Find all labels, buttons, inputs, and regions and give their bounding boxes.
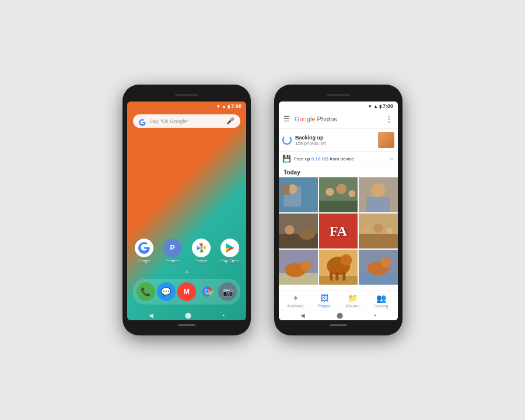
photo-cell-fa[interactable]: FA	[319, 214, 358, 249]
partner-app-label: Partner	[166, 259, 179, 263]
photo-cell-7[interactable]	[279, 250, 318, 285]
app-photos[interactable]: Photos	[190, 239, 213, 263]
phone-top-bar-1	[127, 90, 246, 100]
dock-messages[interactable]: 💬	[157, 282, 176, 301]
albums-icon: 📁	[348, 293, 358, 303]
photos-nav-icon: 🖼	[320, 293, 328, 303]
nav-bar-1: ◀ ⬤ ▪	[127, 310, 246, 320]
home-indicator-1	[178, 324, 195, 326]
svg-point-30	[285, 225, 294, 235]
nav-sharing[interactable]: 👥 Sharing	[367, 293, 396, 308]
hamburger-menu-icon[interactable]: ☰	[284, 115, 290, 123]
nav-assistant[interactable]: ✦ Assistant	[281, 293, 310, 308]
app-playstore[interactable]: Play Store	[218, 239, 242, 263]
svg-point-23	[336, 184, 346, 194]
photo-grid: FA	[279, 177, 398, 290]
sharing-label: Sharing	[374, 304, 388, 308]
home-button-2[interactable]: ⬤	[337, 312, 343, 318]
status-time-1: 7:00	[231, 103, 242, 109]
wallpaper-area	[127, 131, 246, 235]
app-partner[interactable]: P Partner	[161, 239, 184, 263]
recents-button[interactable]: ▪	[223, 312, 225, 318]
wifi-icon: ▼	[216, 104, 220, 109]
svg-point-31	[299, 228, 315, 240]
fa-text: FA	[330, 223, 347, 239]
google-app-label: Google	[137, 259, 150, 263]
free-space-icon: 💾	[282, 155, 291, 163]
battery-icon-2: ▮	[379, 104, 382, 109]
dock-camera[interactable]: 📷	[218, 282, 237, 301]
photos-title-row: ☰ Google Photos ⋮	[284, 114, 393, 124]
photos-app-label: Photos	[195, 259, 208, 263]
bottom-dock: 📞 💬 M	[133, 279, 240, 304]
back-button-2[interactable]: ◀	[300, 312, 305, 318]
phone-bottom-bar-1	[127, 320, 246, 330]
phone-bottom-bar-2	[279, 320, 398, 330]
photos-bottom-nav: ✦ Assistant 🖼 Photos 📁 Albums 👥 Sharing	[279, 290, 398, 310]
svg-point-40	[300, 261, 311, 271]
backup-text-wrap: Backing up 156 photos left	[295, 135, 326, 146]
signal-icon: ▲	[222, 104, 226, 109]
svg-rect-19	[281, 183, 289, 195]
dock-chrome[interactable]	[198, 282, 216, 301]
albums-label: Albums	[346, 304, 359, 308]
app-dock-area: Google P Partner	[127, 235, 246, 310]
back-button[interactable]: ◀	[149, 312, 153, 318]
speaker-2	[327, 94, 350, 96]
free-space-left: 💾 Free up 5.16 GB from device	[282, 155, 354, 163]
photo-cell-8[interactable]	[319, 250, 358, 285]
svg-point-22	[326, 188, 334, 196]
logo-e: e	[312, 116, 315, 123]
backup-left: Backing up 156 photos left	[282, 135, 326, 146]
status-bar-1: ▼ ▲ ▮ 7:00	[127, 102, 246, 111]
backup-thumbnail	[378, 132, 394, 148]
home-button[interactable]: ⬤	[185, 312, 191, 318]
free-space-bar[interactable]: 💾 Free up 5.16 GB from device →	[279, 152, 398, 166]
photo-cell-3[interactable]	[359, 177, 398, 212]
nav-albums[interactable]: 📁 Albums	[338, 293, 367, 308]
backup-bar: Backing up 156 photos left	[279, 129, 398, 152]
google-app-icon	[135, 239, 153, 257]
svg-rect-21	[319, 201, 358, 212]
phone-top-bar-2	[279, 90, 398, 100]
chevron-up-icon: ^	[186, 270, 188, 276]
photo-cell-9[interactable]	[359, 250, 398, 285]
photo-cell-6[interactable]	[359, 214, 398, 249]
overflow-menu-icon[interactable]: ⋮	[385, 114, 393, 124]
dock-phone[interactable]: 📞	[136, 282, 155, 301]
free-space-amount: 5.16 GB	[312, 156, 328, 162]
photos-logo: Google Photos	[295, 116, 385, 123]
photo-cell-4[interactable]	[279, 214, 318, 249]
svg-point-34	[363, 226, 370, 233]
backup-title: Backing up	[295, 135, 326, 141]
battery-icon: ▮	[228, 104, 230, 109]
google-search-bar[interactable]: Say "Ok Google" 🎤	[133, 114, 240, 128]
svg-point-44	[340, 254, 352, 266]
svg-point-36	[387, 228, 393, 234]
photos-app-icon	[192, 239, 211, 257]
svg-point-15	[205, 290, 209, 293]
photos-screen: ▼ ▲ ▮ 7:00 ☰ Google Photos ⋮	[279, 102, 398, 320]
svg-point-24	[348, 190, 355, 197]
photo-cell-1[interactable]	[279, 177, 318, 212]
phone-1: ▼ ▲ ▮ 7:00 Say "Ok Google" 🎤	[123, 85, 251, 335]
status-icons-1: ▼ ▲ ▮ 7:00	[216, 103, 242, 109]
nav-photos[interactable]: 🖼 Photos	[310, 293, 338, 308]
status-bar-2: ▼ ▲ ▮ 7:00	[279, 102, 398, 111]
photo-cell-2[interactable]	[319, 177, 358, 212]
free-space-text: Free up 5.16 GB from device	[294, 156, 354, 162]
svg-rect-33	[359, 234, 398, 249]
dock-gmail[interactable]: M	[177, 282, 196, 301]
photos-nav-label: Photos	[318, 304, 331, 308]
svg-rect-46	[335, 272, 338, 281]
recents-button-2[interactable]: ▪	[374, 312, 377, 318]
svg-point-51	[381, 257, 391, 268]
sharing-icon: 👥	[376, 293, 386, 303]
logo-photos-text: Photos	[317, 116, 337, 123]
svg-point-26	[372, 183, 386, 197]
app-google[interactable]: Google	[132, 239, 156, 263]
speaker-1	[175, 94, 198, 96]
signal-icon-2: ▲	[373, 104, 378, 109]
free-up-label: Free up	[294, 156, 312, 162]
playstore-app-icon	[220, 239, 239, 257]
